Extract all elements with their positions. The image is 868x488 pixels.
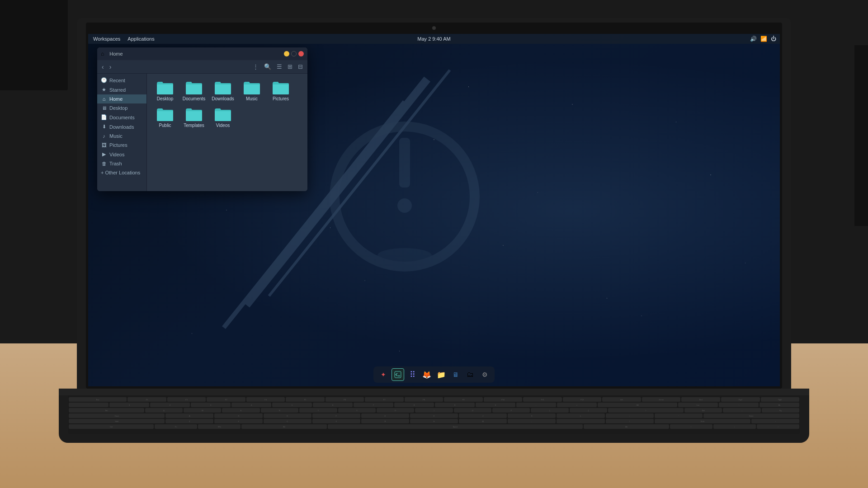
desktop-folder-icon [156, 80, 174, 95]
folder-music[interactable]: Music [238, 78, 265, 103]
trash-sidebar-icon: 🗑 [101, 161, 107, 166]
recent-icon: 🕐 [101, 77, 107, 83]
home-folder-icon: ⌂ [101, 96, 107, 102]
public-folder-icon [156, 107, 174, 122]
forward-button[interactable]: › [108, 62, 113, 71]
public-folder-label: Public [159, 123, 171, 128]
pictures-folder-label: Pictures [273, 96, 289, 101]
sidebar-item-home[interactable]: ⌂ Home [97, 94, 146, 103]
keyboard-area: Esc F1F2F3 F4F5F6 F7F8F9 F10F11F12 DelHo… [68, 395, 800, 434]
documents-folder-icon [185, 80, 203, 95]
music-folder-icon [243, 80, 261, 95]
panel-left: Workspaces Applications [92, 36, 156, 42]
sidebar-other-label: + Other Locations [101, 170, 140, 175]
templates-folder-label: Templates [184, 123, 204, 128]
fm-window-controls [284, 51, 304, 56]
sidebar-documents-label: Documents [109, 115, 135, 120]
sidebar-downloads-label: Downloads [109, 124, 134, 130]
sidebar-item-pictures[interactable]: 🖼 Pictures [97, 141, 146, 150]
sidebar-item-music[interactable]: ♪ Music [97, 131, 146, 141]
fm-folder-grid: Desktop Documents [151, 78, 303, 130]
sidebar-desktop-label: Desktop [109, 105, 127, 111]
folder-public[interactable]: Public [151, 105, 179, 130]
folder-templates[interactable]: Templates [180, 105, 208, 130]
laptop-screen: Workspaces Applications May 2 9:40 AM 🔊 … [88, 34, 780, 386]
sidebar-item-recent[interactable]: 🕐 Recent [97, 75, 146, 85]
network-icon[interactable]: 📶 [760, 36, 767, 42]
desktop-sidebar-icon: 🖥 [101, 105, 107, 111]
menu-icon[interactable]: ⋮ [251, 62, 260, 71]
view-options-icon[interactable]: ⊟ [296, 62, 305, 71]
sidebar-trash-label: Trash [109, 161, 122, 166]
sidebar-home-label: Home [109, 96, 123, 102]
sidebar-item-trash[interactable]: 🗑 Trash [97, 159, 146, 168]
desktop-folder-label: Desktop [157, 96, 174, 101]
folder-desktop[interactable]: Desktop [151, 78, 179, 103]
videos-folder-icon [214, 107, 232, 122]
svg-point-6 [377, 248, 432, 263]
dock-appfinder[interactable]: ✦ [377, 368, 390, 381]
fm-toolbar: ‹ › ⋮ 🔍 ☰ ⊞ ⊟ [97, 60, 307, 74]
dock-settings[interactable]: ⚙ [478, 368, 491, 381]
sidebar-item-starred[interactable]: ★ Starred [97, 85, 146, 94]
dock-files[interactable]: 📁 [435, 368, 448, 381]
fm-body: 🕐 Recent ★ Starred ⌂ Home 🖥 [97, 74, 307, 191]
fm-titlebar: ⌂ Home [97, 47, 307, 60]
screen-bezel: Workspaces Applications May 2 9:40 AM 🔊 … [86, 23, 782, 389]
maximize-button[interactable] [291, 51, 297, 56]
videos-folder-label: Videos [216, 123, 230, 128]
dock-desktop-switch[interactable]: 🖥 [449, 368, 462, 381]
side-element [854, 45, 868, 226]
laptop-screen-body: Workspaces Applications May 2 9:40 AM 🔊 … [77, 18, 791, 398]
folder-documents[interactable]: Documents [180, 78, 208, 103]
downloads-folder-icon [214, 80, 232, 95]
downloads-folder-label: Downloads [212, 96, 234, 101]
sidebar-item-desktop[interactable]: 🖥 Desktop [97, 103, 146, 113]
sidebar-item-documents[interactable]: 📄 Documents [97, 113, 146, 122]
sidebar-recent-label: Recent [109, 78, 125, 83]
fm-sidebar: 🕐 Recent ★ Starred ⌂ Home 🖥 [97, 74, 147, 191]
external-monitor [0, 0, 68, 90]
bottom-dock: ✦ ⠿ 🦊 📁 🖥 🗂 ⚙ [373, 366, 495, 383]
svg-rect-4 [399, 138, 410, 188]
back-button[interactable]: ‹ [100, 62, 106, 71]
templates-folder-icon [185, 107, 203, 122]
pictures-folder-icon [272, 80, 290, 95]
volume-icon[interactable]: 🔊 [750, 36, 757, 42]
folder-pictures[interactable]: Pictures [267, 78, 294, 103]
laptop-keyboard-body: Esc F1F2F3 F4F5F6 F7F8F9 F10F11F12 DelHo… [59, 389, 809, 443]
fm-content: Desktop Documents [147, 74, 307, 191]
dock-filemanager[interactable]: 🗂 [464, 368, 476, 381]
close-button[interactable] [298, 51, 304, 56]
music-folder-label: Music [246, 96, 258, 101]
fm-title: Home [108, 51, 281, 56]
videos-sidebar-icon: ▶ [101, 151, 107, 157]
sidebar-music-label: Music [109, 133, 123, 139]
folder-videos[interactable]: Videos [209, 105, 236, 130]
documents-sidebar-icon: 📄 [101, 114, 107, 120]
sidebar-item-other-locations[interactable]: + Other Locations [97, 168, 146, 177]
starred-icon: ★ [101, 87, 107, 93]
dock-firefox[interactable]: 🦊 [420, 368, 433, 381]
sidebar-item-videos[interactable]: ▶ Videos [97, 150, 146, 159]
sidebar-starred-label: Starred [109, 87, 126, 93]
view-list-icon[interactable]: ☰ [275, 62, 284, 71]
svg-point-5 [397, 198, 412, 213]
downloads-sidebar-icon: ⬇ [101, 124, 107, 130]
minimize-button[interactable] [284, 51, 289, 56]
top-panel: Workspaces Applications May 2 9:40 AM 🔊 … [88, 34, 780, 44]
documents-folder-label: Documents [183, 96, 206, 101]
panel-clock: May 2 9:40 AM [417, 36, 450, 42]
search-icon[interactable]: 🔍 [262, 62, 273, 71]
applications-menu[interactable]: Applications [126, 36, 156, 42]
workspaces-menu[interactable]: Workspaces [92, 36, 122, 42]
sidebar-item-downloads[interactable]: ⬇ Downloads [97, 122, 146, 131]
dock-terminal[interactable] [392, 368, 404, 381]
power-icon[interactable]: ⏻ [771, 36, 776, 42]
sidebar-pictures-label: Pictures [109, 142, 127, 148]
laptop-hinge [59, 389, 809, 395]
folder-downloads[interactable]: Downloads [209, 78, 236, 103]
music-sidebar-icon: ♪ [101, 133, 107, 139]
dock-appgrid[interactable]: ⠿ [406, 368, 419, 381]
view-grid-icon[interactable]: ⊞ [286, 62, 294, 71]
